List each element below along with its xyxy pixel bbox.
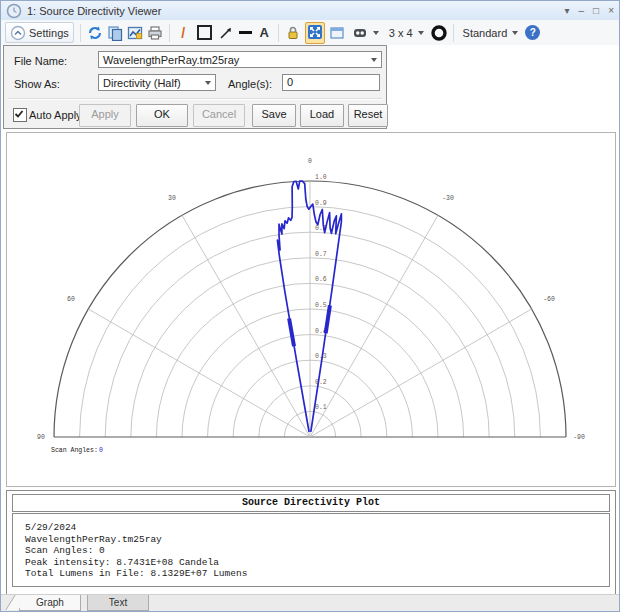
chevron-down-icon: [373, 31, 379, 35]
report-line: 5/29/2024: [25, 522, 609, 534]
file-name-value: WavelengthPerRay.tm25ray: [103, 54, 239, 66]
chevron-down-icon: [371, 58, 377, 62]
file-name-label: File Name:: [14, 55, 67, 67]
polar-spoke: [310, 309, 532, 437]
angle-tick-label: 90: [37, 434, 45, 441]
directivity-curve: [277, 181, 341, 432]
apply-button[interactable]: Apply: [79, 104, 131, 127]
save-button[interactable]: Save: [252, 104, 296, 127]
report-line: Scan Angles: 0: [25, 545, 609, 557]
style-dropdown[interactable]: Standard: [460, 27, 522, 39]
fit-to-window-highlight: [305, 22, 325, 44]
angle-tick-label: -30: [442, 195, 454, 202]
radial-tick-label: 0.7: [315, 251, 327, 258]
tab-bar: GraphText: [1, 594, 619, 611]
settings-label: Settings: [29, 27, 69, 39]
settings-panel: File Name: WavelengthPerRay.tm25ray Show…: [3, 45, 387, 129]
report-line: WavelengthPerRay.tm25ray: [25, 534, 609, 546]
angle-tick-label: 30: [168, 195, 176, 202]
scan-angles-legend-label: Scan Angles:: [51, 447, 98, 454]
reset-button[interactable]: Reset: [348, 104, 388, 127]
window-title: 1: Source Directivity Viewer: [27, 5, 565, 17]
auto-apply-checkbox[interactable]: [13, 108, 27, 122]
angles-label: Angle(s):: [228, 78, 272, 90]
arrow-tool-icon[interactable]: [218, 25, 234, 41]
tab-graph[interactable]: Graph: [19, 595, 81, 611]
display-options-dropdown[interactable]: [349, 25, 382, 41]
line-tool-icon[interactable]: /: [176, 25, 191, 41]
plot-panel: 030-3060-6090-900.10.20.30.40.50.60.70.8…: [6, 132, 616, 487]
report-title: Source Directivity Plot: [12, 494, 610, 512]
source-directivity-viewer-window: 1: Source Directivity Viewer ▾ – □ × Set…: [0, 0, 620, 612]
report-panel: Source Directivity Plot 5/29/2024Wavelen…: [6, 490, 616, 597]
radial-tick-label: 0.9: [315, 200, 327, 207]
curve-direction-marker: [289, 319, 294, 347]
check-icon: [14, 109, 24, 119]
refresh-icon[interactable]: [87, 25, 103, 41]
print-icon[interactable]: [147, 25, 163, 41]
show-as-label: Show As:: [14, 78, 60, 90]
angle-tick-label: -90: [573, 434, 585, 441]
separator: [169, 24, 170, 42]
polar-spoke: [310, 215, 438, 437]
maximize-button[interactable]: □: [593, 2, 599, 19]
close-button[interactable]: ×: [608, 2, 614, 19]
radial-tick-label: 0.3: [315, 353, 327, 360]
window-clock-icon: [6, 3, 22, 19]
radial-tick-label: 1.0: [315, 174, 327, 181]
separator: [278, 24, 279, 42]
style-label: Standard: [463, 27, 508, 39]
curve-direction-marker: [326, 305, 330, 333]
separator: [453, 24, 454, 42]
display-options-icon: [352, 25, 368, 41]
divider: [8, 98, 382, 100]
minimize-button[interactable]: –: [579, 2, 585, 19]
auto-apply-label: Auto Apply: [29, 109, 82, 121]
settings-toggle-button[interactable]: Settings: [5, 22, 74, 43]
show-as-value: Directivity (Half): [103, 77, 181, 89]
file-name-combobox[interactable]: WavelengthPerRay.tm25ray: [98, 51, 382, 68]
radial-tick-label: 0.1: [315, 404, 327, 411]
radial-tick-label: 0.2: [315, 379, 327, 386]
load-button[interactable]: Load: [300, 104, 344, 127]
grid-size-dropdown[interactable]: 3 x 4: [386, 27, 427, 39]
title-bar: 1: Source Directivity Viewer ▾ – □ ×: [1, 1, 619, 21]
horizontal-line-tool-icon[interactable]: [239, 31, 252, 34]
chevron-down-icon: [512, 31, 518, 35]
rectangle-tool-icon[interactable]: [197, 25, 212, 40]
save-plot-image-icon[interactable]: [127, 25, 143, 41]
show-as-combobox[interactable]: Directivity (Half): [98, 74, 216, 91]
tab-text[interactable]: Text: [87, 595, 149, 611]
toolbar: Settings / A: [1, 20, 619, 45]
report-body: 5/29/2024WavelengthPerRay.tm25rayScan An…: [12, 513, 610, 587]
ok-button[interactable]: OK: [136, 104, 188, 127]
angle-tick-label: 0: [308, 158, 312, 165]
grid-size-label: 3 x 4: [389, 27, 413, 39]
angles-input[interactable]: 0: [282, 74, 380, 91]
lock-icon[interactable]: [285, 25, 301, 41]
radial-tick-label: 0.5: [315, 302, 327, 309]
chevron-down-icon: [205, 81, 211, 85]
cancel-button[interactable]: Cancel: [193, 104, 245, 127]
copy-icon[interactable]: [107, 25, 123, 41]
fit-to-window-icon[interactable]: [307, 24, 323, 40]
angle-tick-label: 60: [67, 296, 75, 303]
polar-spoke: [88, 309, 310, 437]
clone-window-icon[interactable]: [329, 25, 345, 41]
report-line: Total Lumens in File: 8.1329E+07 Lumens: [25, 568, 609, 580]
separator: [80, 24, 81, 42]
chevron-down-icon: [418, 31, 424, 35]
radial-tick-label: 0.6: [315, 276, 327, 283]
directivity-polar-chart: 030-3060-6090-900.10.20.30.40.50.60.70.8…: [7, 133, 615, 486]
chevron-up-circle-icon: [10, 25, 26, 41]
scan-angles-legend-value: 0: [99, 447, 103, 454]
window-menu-button[interactable]: ▾: [565, 2, 570, 19]
angle-tick-label: -60: [543, 296, 555, 303]
invert-colors-icon[interactable]: [431, 25, 447, 41]
report-line: Peak intensity: 8.7431E+08 Candela: [25, 557, 609, 569]
help-icon[interactable]: ?: [525, 25, 540, 40]
text-tool-icon[interactable]: A: [257, 25, 272, 41]
